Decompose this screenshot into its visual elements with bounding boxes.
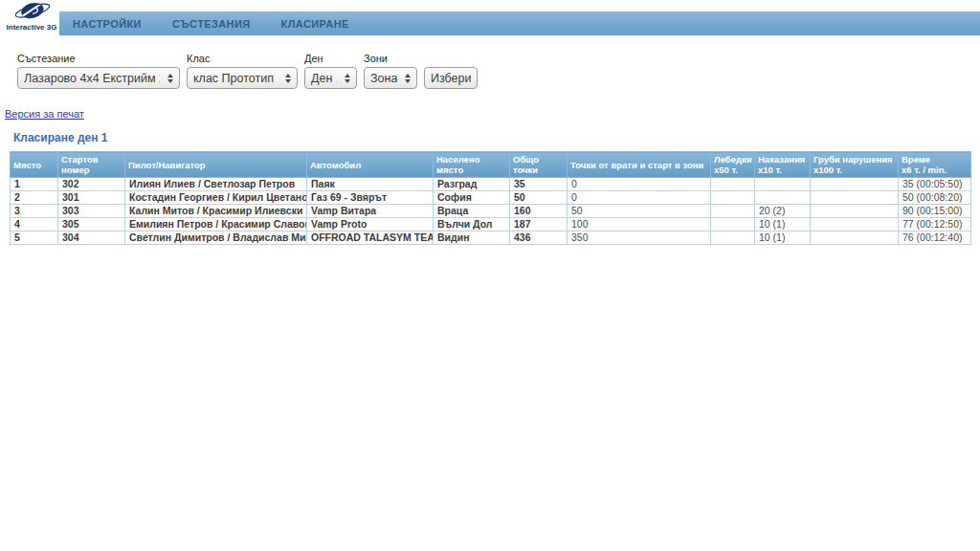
class-select[interactable]: клас Прототип — [187, 67, 298, 89]
cell-gross-violations — [811, 231, 899, 245]
competition-label: Състезание — [17, 53, 180, 64]
cell-gate-points: 350 — [568, 231, 711, 245]
day-select[interactable]: Ден 1 — [304, 67, 357, 89]
cell-pilot-navigator: Илиян Илиев / Светлозар Петров — [125, 178, 307, 191]
filter-bar: Състезание Лазарово 4x4 Екстрийм 2016 Кл… — [17, 53, 980, 89]
nav-item-competitions[interactable]: СЪСТЕЗАНИЯ — [172, 18, 251, 30]
cell-total-points: 187 — [510, 218, 568, 231]
cell-town: Вълчи Дол — [434, 218, 510, 231]
cell-gate-points: 0 — [568, 191, 711, 205]
ranking-table: Място Стартов номер Пилот/Навигатор Авто… — [10, 151, 971, 245]
cell-total-points: 35 — [510, 178, 568, 191]
cell-winches — [711, 218, 755, 231]
cell-start-number: 304 — [58, 231, 125, 245]
cell-winches — [711, 191, 755, 205]
dropdown-stepper-icon — [285, 74, 291, 83]
brand-logo[interactable]: Interactive 3G — [4, 1, 59, 32]
cell-town: София — [434, 191, 510, 205]
col-header-pilot-navigator: Пилот/Навигатор — [125, 152, 307, 178]
cell-place: 3 — [11, 205, 58, 218]
cell-time: 50 (00:08:20) — [899, 191, 971, 205]
cell-gate-points: 0 — [568, 178, 711, 191]
cell-total-points: 436 — [510, 231, 568, 245]
col-header-time: Време x6 т. / min. — [899, 152, 971, 178]
cell-start-number: 303 — [58, 205, 125, 218]
cell-gross-violations — [811, 178, 899, 191]
table-row: 4 305 Емилиян Петров / Красимир Славов V… — [11, 218, 971, 231]
table-row: 3 303 Калин Митов / Красимир Илиевски Va… — [11, 205, 971, 218]
cell-town: Видин — [434, 231, 510, 245]
cell-start-number: 301 — [58, 191, 125, 205]
day-label: Ден — [304, 53, 357, 64]
print-version-link[interactable]: Версия за печат — [5, 108, 84, 120]
col-header-gross-violations: Груби нарушения x100 т. — [811, 152, 899, 178]
nav-item-ranking[interactable]: КЛАСИРАНЕ — [281, 18, 349, 30]
cell-pilot-navigator: Костадин Георгиев / Кирил Цветанов — [125, 191, 307, 205]
table-header-row: Място Стартов номер Пилот/Навигатор Авто… — [11, 152, 971, 178]
cell-gate-points: 100 — [568, 218, 711, 231]
cell-gate-points: 50 — [568, 205, 711, 218]
cell-winches — [711, 178, 755, 191]
cell-total-points: 50 — [510, 191, 568, 205]
zones-select[interactable]: Зона 7 — [364, 67, 417, 89]
cell-penalties — [755, 178, 811, 191]
cell-gross-violations — [811, 218, 899, 231]
cell-time: 35 (00:05:50) — [899, 178, 971, 191]
cell-time: 90 (00:15:00) — [899, 205, 971, 218]
cell-penalties — [755, 191, 811, 205]
col-header-place: Място — [11, 152, 58, 178]
col-header-car: Автомобил — [307, 152, 434, 178]
dropdown-stepper-icon — [405, 74, 411, 83]
cell-penalties: 10 (1) — [755, 218, 811, 231]
competition-select-value: Лазарово 4x4 Екстрийм 2016 — [24, 72, 160, 85]
cell-time: 76 (00:12:40) — [899, 231, 971, 245]
table-row: 5 304 Светлин Димитров / Владислав Миков… — [11, 231, 971, 245]
table-row: 2 301 Костадин Георгиев / Кирил Цветанов… — [11, 191, 971, 205]
app-header: Interactive 3G НАСТРОЙКИ СЪСТЕЗАНИЯ КЛАС… — [0, 0, 980, 44]
cell-start-number: 305 — [58, 218, 125, 231]
cell-pilot-navigator: Светлин Димитров / Владислав Миков — [125, 231, 307, 245]
zones-label: Зони — [364, 53, 417, 64]
cell-winches — [711, 205, 755, 218]
cell-winches — [711, 231, 755, 245]
cell-start-number: 302 — [58, 178, 125, 191]
cell-pilot-navigator: Емилиян Петров / Красимир Славов — [125, 218, 307, 231]
cell-place: 4 — [11, 218, 58, 231]
nav-item-settings[interactable]: НАСТРОЙКИ — [73, 18, 142, 30]
cell-gross-violations — [811, 205, 899, 218]
col-header-total-points: Общо точки — [510, 152, 568, 178]
competition-select[interactable]: Лазарово 4x4 Екстрийм 2016 — [17, 67, 180, 89]
class-label: Клас — [187, 53, 298, 64]
cell-town: Враца — [434, 205, 510, 218]
class-select-value: клас Прототип — [193, 72, 274, 85]
col-header-penalties: Наказания x10 т. — [755, 152, 811, 178]
zones-select-value: Зона 7 — [370, 72, 397, 85]
cell-time: 77 (00:12:50) — [899, 218, 971, 231]
cell-car: OFFROAD TALASYM TEAM — [307, 231, 434, 245]
col-header-winches: Лебедки x50 т. — [711, 152, 755, 178]
page-title: Класиране ден 1 — [13, 131, 980, 144]
cell-pilot-navigator: Калин Митов / Красимир Илиевски — [125, 205, 307, 218]
col-header-start-number: Стартов номер — [58, 152, 125, 178]
cell-penalties: 20 (2) — [755, 205, 811, 218]
cell-car: Газ 69 - Звярът — [307, 191, 434, 205]
cell-town: Разград — [434, 178, 510, 191]
main-nav: НАСТРОЙКИ СЪСТЕЗАНИЯ КЛАСИРАНЕ — [59, 11, 980, 35]
brand-name: Interactive 3G — [4, 23, 59, 32]
cell-car: Паяк — [307, 178, 434, 191]
cell-place: 2 — [11, 191, 58, 205]
table-row: 1 302 Илиян Илиев / Светлозар Петров Пая… — [11, 178, 971, 191]
dropdown-stepper-icon — [345, 74, 350, 83]
day-select-value: Ден 1 — [311, 72, 337, 85]
col-header-town: Населено място — [434, 152, 510, 178]
dropdown-stepper-icon — [167, 74, 173, 83]
cell-penalties: 10 (1) — [755, 231, 811, 245]
cell-total-points: 160 — [510, 205, 568, 218]
cell-car: Vamp Витара — [307, 205, 434, 218]
select-button[interactable]: Избери — [424, 67, 478, 89]
cell-car: Vamp Proto — [307, 218, 434, 231]
cell-place: 5 — [11, 231, 58, 245]
cell-place: 1 — [11, 178, 58, 191]
col-header-gate-points: Точки от врати и старт в зони — [568, 152, 711, 178]
cell-gross-violations — [811, 191, 899, 205]
